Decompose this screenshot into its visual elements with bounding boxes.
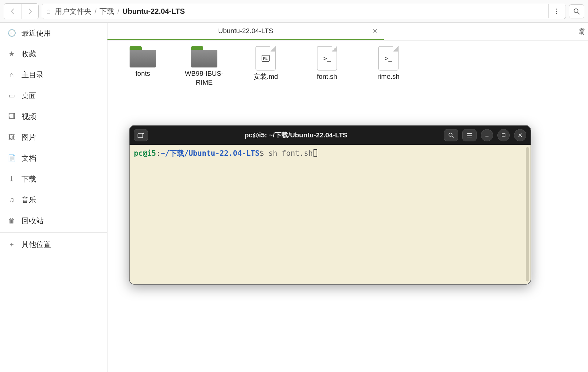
sidebar-item-label: 视频 [21, 112, 36, 121]
terminal-body[interactable]: pc@i5:~/下载/Ubuntu-22.04-LTS$ sh font.sh [130, 145, 531, 284]
svg-rect-2 [138, 134, 143, 138]
home-icon: ⌂ [46, 7, 50, 15]
shell-file-icon: >_ [378, 46, 399, 71]
terminal-new-tab-button[interactable] [134, 129, 148, 141]
sidebar-item-label: 最近使用 [21, 28, 51, 38]
sidebar-item-label: 其他位置 [21, 240, 51, 249]
sidebar-item-label: 图片 [21, 132, 36, 142]
search-icon [573, 8, 580, 15]
nav-forward-button[interactable] [21, 4, 38, 19]
breadcrumb-segment[interactable]: 下载 [99, 6, 114, 16]
svg-rect-11 [502, 134, 505, 137]
sidebar-item-downloads[interactable]: ⭳ 下载 [0, 169, 107, 190]
video-icon: 🎞 [7, 113, 16, 121]
terminal-cursor [313, 149, 317, 157]
new-tab-icon [138, 132, 144, 138]
terminal-maximize-button[interactable] [497, 129, 510, 141]
file-manager-toolbar: ⌂ 用户文件夹 / 下载 / Ubuntu-22.04-LTS ⋮ [0, 0, 588, 23]
sidebar-item-label: 文档 [21, 153, 36, 163]
folder-icon [191, 46, 217, 67]
sidebar-item-label: 桌面 [21, 91, 36, 101]
music-icon: ♫ [7, 196, 16, 204]
tab-label: Ubuntu-22.04-LTS [218, 27, 273, 35]
sidebar-separator [0, 232, 107, 233]
terminal-title: pc@i5: ~/下载/Ubuntu-22.04-LTS [151, 131, 441, 140]
svg-line-6 [452, 136, 454, 138]
search-icon [448, 132, 454, 138]
terminal-minimize-button[interactable] [481, 129, 493, 141]
trash-icon: 🗑 [7, 217, 16, 225]
tab-overflow-indicator: 翥 [576, 23, 588, 40]
sidebar-item-label: 下载 [21, 174, 36, 184]
close-icon [518, 133, 523, 138]
image-icon: 🖼 [7, 133, 16, 141]
download-icon: ⭳ [7, 175, 16, 183]
hamburger-icon [466, 133, 473, 138]
file-item-markdown[interactable]: M↓ 安装.md [246, 46, 286, 81]
sidebar-item-label: 音乐 [21, 195, 36, 205]
terminal-search-button[interactable] [444, 129, 458, 141]
sidebar-item-other-locations[interactable]: ＋ 其他位置 [0, 234, 107, 255]
sidebar-item-music[interactable]: ♫ 音乐 [0, 190, 107, 210]
document-icon: 📄 [7, 154, 16, 162]
svg-point-5 [449, 133, 452, 136]
sidebar-item-trash[interactable]: 🗑 回收站 [0, 210, 107, 231]
sidebar-item-recent[interactable]: 🕘 最近使用 [0, 23, 107, 44]
terminal-command-text: sh font.sh [268, 149, 313, 158]
path-more-button[interactable]: ⋮ [548, 4, 564, 18]
nav-buttons [4, 3, 39, 19]
sidebar: 🕘 最近使用 ★ 收藏 ⌂ 主目录 ▭ 桌面 🎞 视频 🖼 图片 📄 文档 ⭳ [0, 23, 107, 372]
markdown-file-icon: M↓ [255, 46, 276, 71]
terminal-window[interactable]: pc@i5: ~/下载/Ubuntu-22.04-LTS pc@i5:~/下载/… [129, 125, 531, 285]
sidebar-item-home[interactable]: ⌂ 主目录 [0, 64, 107, 85]
breadcrumb-segment[interactable]: 用户文件夹 [55, 6, 92, 16]
desktop-icon: ▭ [7, 92, 16, 100]
tab-active[interactable]: Ubuntu-22.04-LTS ✕ [107, 23, 384, 40]
terminal-scrollbar[interactable] [526, 147, 529, 282]
breadcrumb-bar[interactable]: ⌂ 用户文件夹 / 下载 / Ubuntu-22.04-LTS ⋮ [42, 4, 566, 19]
sidebar-item-pictures[interactable]: 🖼 图片 [0, 127, 107, 148]
sidebar-item-label: 回收站 [21, 216, 44, 226]
sidebar-item-starred[interactable]: ★ 收藏 [0, 44, 107, 64]
search-button[interactable] [569, 4, 584, 18]
file-item-folder[interactable]: fonts [123, 46, 163, 78]
terminal-close-button[interactable] [514, 129, 526, 141]
home-icon: ⌂ [7, 71, 16, 79]
terminal-prompt-path: ~/下载/Ubuntu-22.04-LTS [161, 149, 260, 158]
breadcrumb-separator: / [95, 7, 96, 15]
sidebar-item-desktop[interactable]: ▭ 桌面 [0, 85, 107, 106]
chevron-left-icon [10, 8, 15, 14]
tab-close-button[interactable]: ✕ [372, 27, 378, 35]
star-icon: ★ [7, 50, 16, 58]
minimize-icon [485, 133, 489, 138]
sidebar-item-videos[interactable]: 🎞 视频 [0, 106, 107, 127]
sidebar-item-label: 收藏 [21, 49, 36, 59]
nav-back-button[interactable] [4, 4, 21, 19]
terminal-prompt-user: pc@i5 [134, 149, 156, 158]
breadcrumb-separator: / [117, 7, 119, 15]
file-label: font.sh [307, 72, 347, 81]
terminal-prompt-separator: : [156, 149, 160, 158]
terminal-prompt-symbol: $ [259, 149, 264, 158]
terminal-titlebar[interactable]: pc@i5: ~/下载/Ubuntu-22.04-LTS [130, 126, 531, 145]
file-item-folder[interactable]: WB98-IBUS-RIME [184, 46, 224, 87]
file-label: rime.sh [368, 72, 408, 81]
chevron-right-icon [28, 8, 33, 14]
file-label: WB98-IBUS-RIME [184, 69, 224, 87]
clock-icon: 🕘 [7, 29, 16, 37]
file-label: fonts [123, 69, 163, 78]
maximize-icon [501, 133, 506, 138]
file-grid[interactable]: fonts WB98-IBUS-RIME M↓ 安装.md >_ font.sh [107, 40, 588, 92]
folder-icon [130, 46, 156, 67]
svg-line-1 [578, 12, 579, 14]
breadcrumb-current[interactable]: Ubuntu-22.04-LTS [123, 7, 185, 16]
sidebar-item-label: 主目录 [21, 70, 44, 80]
file-item-shell[interactable]: >_ font.sh [307, 46, 347, 81]
terminal-menu-button[interactable] [462, 129, 477, 141]
tab-strip: Ubuntu-22.04-LTS ✕ 翥 [107, 23, 588, 40]
plus-icon: ＋ [7, 240, 16, 249]
file-label: 安装.md [246, 72, 286, 81]
shell-file-icon: >_ [317, 46, 337, 71]
file-item-shell[interactable]: >_ rime.sh [368, 46, 408, 81]
sidebar-item-documents[interactable]: 📄 文档 [0, 148, 107, 169]
